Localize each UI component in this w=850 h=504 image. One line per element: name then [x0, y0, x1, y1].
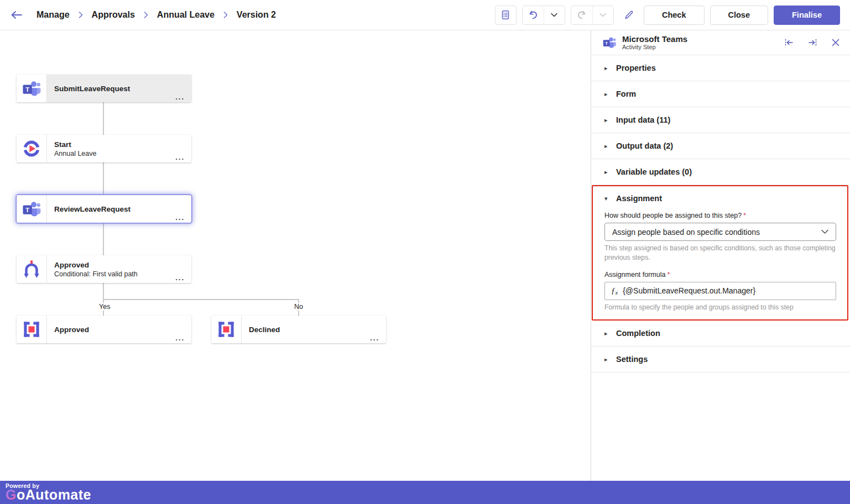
step-properties-panel: T Microsoft Teams Activity Step	[591, 30, 850, 481]
svg-text:T: T	[605, 41, 608, 46]
check-button[interactable]: Check	[644, 6, 705, 25]
chevron-down-icon: ▾	[604, 195, 610, 202]
node-menu-button[interactable]: ...	[175, 213, 185, 222]
close-panel-icon[interactable]	[831, 38, 840, 47]
node-menu-button[interactable]: ...	[370, 334, 379, 342]
section-assignment[interactable]: ▾ Assignment	[593, 186, 847, 211]
branch-label-no: No	[293, 303, 305, 311]
assignment-formula-input[interactable]: ƒx {@SubmitLeaveRequest.out.Manager}	[604, 282, 836, 300]
microsoft-teams-icon: T	[17, 195, 47, 223]
breadcrumb-chevron-icon	[79, 12, 83, 18]
section-label: Form	[616, 90, 636, 98]
assignment-highlight-box: ▾ Assignment How should people be assign…	[592, 185, 848, 321]
section-completion[interactable]: ▸ Completion	[591, 321, 850, 347]
assignment-method-dropdown[interactable]: Assign people based on specific conditio…	[604, 223, 836, 241]
breadcrumb: Manage Approvals Annual Leave Version 2	[36, 10, 276, 20]
workflow-canvas[interactable]: Yes No T SubmitLeaveRequest	[0, 30, 591, 481]
branch-label-yes: Yes	[97, 303, 112, 311]
connector-line	[103, 223, 104, 255]
dock-left-icon[interactable]	[784, 38, 794, 47]
node-title: SubmitLeaveRequest	[54, 84, 191, 93]
redo-icon	[576, 9, 587, 20]
dock-right-icon[interactable]	[807, 38, 818, 47]
pencil-icon	[623, 9, 634, 20]
microsoft-teams-icon: T	[602, 35, 617, 50]
connector-line	[103, 283, 104, 300]
node-title: Start	[54, 140, 191, 149]
chevron-right-icon: ▸	[604, 117, 610, 124]
section-variable-updates[interactable]: ▸ Variable updates (0)	[591, 159, 850, 185]
microsoft-teams-icon: T	[17, 75, 47, 102]
finalise-button[interactable]: Finalise	[774, 6, 840, 25]
node-declined-end[interactable]: Declined ...	[211, 316, 386, 343]
section-input-data[interactable]: ▸ Input data (11)	[591, 107, 850, 133]
node-approved-conditional[interactable]: Approved Conditional: First valid path .…	[17, 255, 191, 283]
form-details-button[interactable]	[495, 6, 517, 25]
end-step-icon	[211, 316, 242, 343]
goautomate-logo: GoAutomate	[6, 488, 850, 502]
undo-button[interactable]	[523, 6, 544, 24]
node-menu-button[interactable]: ...	[175, 93, 185, 101]
assignment-method-label: How should people be assigned to this st…	[604, 212, 836, 219]
breadcrumb-item-manage[interactable]: Manage	[36, 10, 70, 20]
node-menu-button[interactable]: ...	[175, 153, 185, 161]
chevron-right-icon: ▸	[604, 91, 610, 98]
fx-formula-icon: ƒx	[611, 286, 618, 296]
connector-line	[103, 102, 104, 135]
redo-dropdown-button	[592, 6, 613, 24]
chevron-down-icon	[599, 13, 606, 17]
node-start[interactable]: Start Annual Leave ...	[17, 135, 191, 162]
chevron-right-icon: ▸	[604, 356, 610, 363]
section-label: Variable updates (0)	[616, 167, 692, 176]
form-list-icon	[500, 9, 511, 20]
section-properties[interactable]: ▸ Properties	[591, 55, 850, 81]
formula-value: {@SubmitLeaveRequest.out.Manager}	[623, 286, 755, 295]
connector-line	[103, 162, 104, 195]
connector-line	[103, 299, 299, 300]
svg-text:T: T	[25, 207, 29, 213]
node-title: Approved	[54, 325, 191, 334]
section-label: Output data (2)	[616, 141, 673, 150]
section-form[interactable]: ▸ Form	[591, 81, 850, 107]
panel-subtitle: Activity Step	[622, 44, 687, 51]
chevron-right-icon: ▸	[604, 330, 610, 337]
redo-split-button	[571, 6, 614, 25]
required-asterisk: *	[667, 271, 670, 279]
node-review-leave-request[interactable]: T ReviewLeaveRequest ...	[17, 195, 191, 223]
back-button[interactable]	[10, 10, 23, 20]
node-menu-button[interactable]: ...	[175, 274, 185, 282]
node-title: Declined	[249, 325, 386, 334]
end-step-icon	[17, 316, 47, 343]
top-toolbar: Manage Approvals Annual Leave Version 2	[0, 0, 850, 30]
section-output-data[interactable]: ▸ Output data (2)	[591, 133, 850, 159]
dropdown-selected-value: Assign people based on specific conditio…	[612, 228, 760, 237]
section-label: Completion	[616, 329, 660, 338]
section-settings[interactable]: ▸ Settings	[591, 347, 850, 372]
chevron-right-icon: ▸	[604, 143, 610, 150]
breadcrumb-item-version[interactable]: Version 2	[237, 10, 276, 20]
section-label: Input data (11)	[616, 116, 670, 124]
section-label: Assignment	[616, 194, 662, 203]
svg-text:T: T	[25, 86, 29, 93]
breadcrumb-item-annual-leave[interactable]: Annual Leave	[157, 10, 215, 20]
breadcrumb-item-approvals[interactable]: Approvals	[92, 10, 135, 20]
node-subtitle: Conditional: First valid path	[54, 270, 191, 279]
redo-button	[571, 6, 592, 24]
close-button[interactable]: Close	[710, 6, 769, 25]
assignment-method-help: This step assigned is based on specific …	[604, 244, 836, 263]
node-submit-leave-request[interactable]: T SubmitLeaveRequest ...	[17, 75, 191, 102]
undo-dropdown-button[interactable]	[544, 6, 565, 24]
node-title: ReviewLeaveRequest	[54, 204, 191, 214]
node-menu-button[interactable]: ...	[175, 334, 185, 342]
node-subtitle: Annual Leave	[54, 149, 191, 158]
undo-icon	[528, 9, 539, 20]
section-label: Settings	[616, 355, 648, 364]
start-icon	[17, 135, 47, 162]
required-asterisk: *	[743, 212, 746, 219]
node-title: Approved	[54, 260, 191, 270]
panel-title: Microsoft Teams	[622, 34, 687, 44]
workflow-designer-app: Manage Approvals Annual Leave Version 2	[0, 0, 850, 504]
node-approved-end[interactable]: Approved ...	[17, 316, 191, 343]
panel-header: T Microsoft Teams Activity Step	[591, 30, 850, 55]
edit-pencil-button[interactable]	[619, 6, 638, 25]
